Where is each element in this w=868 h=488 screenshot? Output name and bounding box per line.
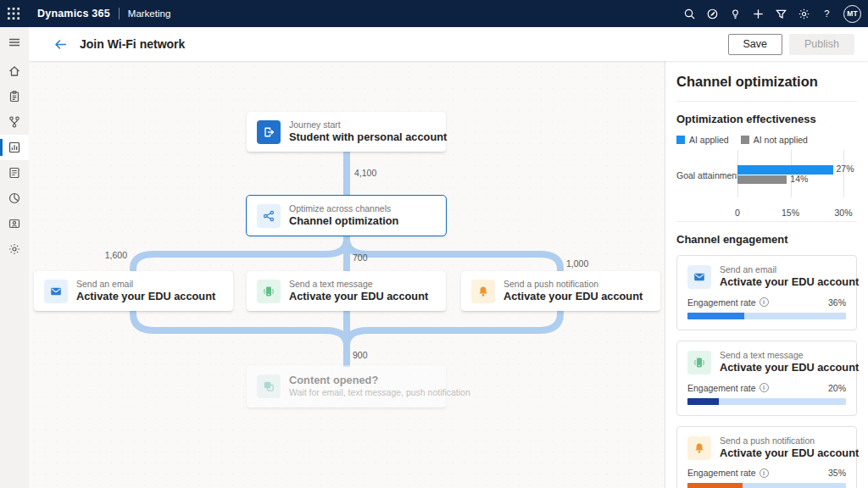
edge-label-email: 1,600 <box>78 250 127 260</box>
journey-canvas[interactable]: 4,100 1,600 700 1,000 900 Journey start … <box>29 61 665 488</box>
metric-label: Engagement rate <box>687 297 756 308</box>
node-send-text-message[interactable]: Send a text message Activate your EDU ac… <box>247 271 446 311</box>
nav-actions: ? MT <box>678 0 868 27</box>
chart-category-label: Goal attainment <box>676 170 739 180</box>
add-icon[interactable] <box>747 0 770 27</box>
node-journey-start[interactable]: Journey start Student with personal acco… <box>247 112 446 152</box>
filter-icon[interactable] <box>770 0 793 27</box>
panel-divider <box>676 101 857 102</box>
engagement-card-push[interactable]: Send a push notification Activate your E… <box>676 426 857 488</box>
metric-value: 35% <box>828 468 846 478</box>
node-title: Content opened? <box>289 374 436 387</box>
compass-icon[interactable] <box>701 0 724 27</box>
engagement-heading: Channel engagement <box>676 233 857 246</box>
node-kind: Send a text message <box>289 279 428 290</box>
sidebar-item-tasks[interactable] <box>0 84 29 109</box>
svg-text:?: ? <box>824 8 829 19</box>
back-arrow-icon[interactable] <box>51 35 70 53</box>
progress-fill <box>687 398 719 405</box>
email-icon <box>687 265 711 289</box>
sidebar-item-forms[interactable] <box>0 160 29 186</box>
legend-swatch-blue <box>676 136 685 144</box>
sidebar-item-contacts[interactable] <box>0 211 29 236</box>
settings-gear-icon[interactable] <box>793 0 815 27</box>
info-icon[interactable]: i <box>760 469 769 478</box>
metric-label: Engagement rate <box>687 383 756 393</box>
chart-plot-area: 27% 14% 0 15% 30% <box>737 150 843 197</box>
page-title: Join Wi-Fi network <box>80 37 185 51</box>
effectiveness-heading: Optimization effectiveness <box>676 113 857 125</box>
axis-tick: 15% <box>782 208 799 218</box>
metric-value: 20% <box>828 383 846 393</box>
engagement-card-sms[interactable]: Send a text message Activate your EDU ac… <box>676 341 857 416</box>
sidebar-item-home[interactable] <box>0 58 29 84</box>
save-button[interactable]: Save <box>728 34 783 55</box>
sidebar-item-journeys[interactable] <box>0 109 29 135</box>
node-title: Student with personal account <box>289 130 436 144</box>
chart-legend: AI applied AI not applied <box>676 135 857 145</box>
card-title: Activate your EDU account <box>720 275 846 289</box>
panel-divider <box>676 221 857 222</box>
panel-title: Channel optimization <box>676 74 857 90</box>
publish-button[interactable]: Publish <box>789 34 854 55</box>
help-icon[interactable]: ? <box>815 0 838 27</box>
legend-swatch-gray <box>741 136 749 144</box>
card-title: Activate your EDU account <box>720 361 846 374</box>
search-icon[interactable] <box>678 0 701 27</box>
text-message-icon <box>257 280 281 303</box>
bar-ai-applied <box>737 165 833 175</box>
node-send-email[interactable]: Send an email Activate your EDU account <box>34 271 233 311</box>
gridline <box>843 150 844 197</box>
info-icon[interactable]: i <box>760 383 769 392</box>
sidebar-item-analytics[interactable] <box>0 135 29 160</box>
email-icon <box>44 280 68 303</box>
goal-attainment-chart: Goal attainment 27% 14% 0 15% 30% <box>676 148 857 221</box>
sidebar-item-segments[interactable] <box>0 186 29 211</box>
push-notification-icon <box>471 280 495 303</box>
node-content-opened[interactable]: Content opened? Wait for email, text mes… <box>247 365 446 408</box>
node-kind: Send an email <box>76 279 215 290</box>
node-kind: Journey start <box>289 119 436 130</box>
journey-header: Join Wi-Fi network Save Publish <box>29 27 868 61</box>
waffle-icon[interactable] <box>0 0 27 27</box>
node-title: Channel optimization <box>289 214 398 228</box>
user-avatar[interactable]: MT <box>843 5 861 23</box>
sidebar <box>0 27 29 488</box>
top-navigation: Dynamics 365 Marketing <box>0 0 868 27</box>
node-channel-optimization[interactable]: Optimize across channels Channel optimiz… <box>247 196 446 236</box>
legend-label: AI not applied <box>754 135 808 145</box>
legend-item-ai-applied: AI applied <box>676 135 729 145</box>
optimize-channels-icon <box>257 204 281 228</box>
push-notification-icon <box>687 436 711 460</box>
info-icon[interactable]: i <box>760 297 769 307</box>
legend-item-ai-not-applied: AI not applied <box>741 135 808 145</box>
text-message-icon <box>687 351 711 374</box>
progress-fill <box>687 313 744 319</box>
menu-icon[interactable] <box>0 30 29 55</box>
axis-tick: 0 <box>735 208 740 218</box>
sidebar-item-settings[interactable] <box>0 236 29 262</box>
edge-label-sms: 700 <box>353 252 368 263</box>
progress-track <box>687 398 846 405</box>
node-kind: Send a push notification <box>504 279 643 290</box>
card-kind: Send a push notification <box>720 435 846 446</box>
edge-label-start: 4,100 <box>354 168 376 178</box>
edge-label-push: 1,000 <box>566 258 588 269</box>
lightbulb-icon[interactable] <box>724 0 747 27</box>
metric-label: Engagement rate <box>687 468 756 478</box>
axis-tick: 30% <box>834 208 852 218</box>
engagement-card-email[interactable]: Send an email Activate your EDU account … <box>676 255 857 330</box>
card-kind: Send an email <box>720 264 846 275</box>
legend-label: AI applied <box>689 135 729 145</box>
node-send-push-notification[interactable]: Send a push notification Activate your E… <box>461 271 660 311</box>
progress-track <box>687 483 846 488</box>
node-title: Activate your EDU account <box>76 290 215 303</box>
channel-optimization-panel: Channel optimization Optimization effect… <box>665 61 868 488</box>
progress-track <box>687 313 846 319</box>
bar-value-label: 14% <box>790 174 808 184</box>
node-title: Activate your EDU account <box>289 290 428 303</box>
app-title[interactable]: Dynamics 365 <box>37 8 110 19</box>
progress-fill <box>687 483 743 488</box>
nav-divider <box>119 8 120 19</box>
area-switcher[interactable]: Marketing <box>128 8 171 19</box>
